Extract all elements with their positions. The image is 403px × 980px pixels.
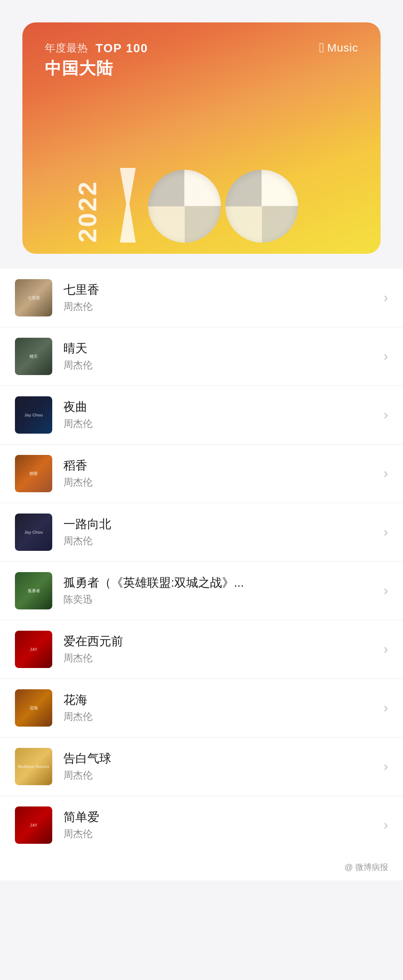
song-artist: 周杰伦	[64, 827, 373, 840]
art-label: 孤勇者	[15, 572, 52, 609]
song-item[interactable]: 孤勇者孤勇者（《英雄联盟:双城之战》...陈奕迅›	[0, 562, 403, 620]
art-label: Jay Chou	[15, 396, 52, 434]
more-icon[interactable]: ›	[384, 290, 388, 305]
art-label: JAY	[15, 807, 52, 844]
art-label: 花海	[15, 689, 52, 727]
song-artist: 周杰伦	[64, 359, 373, 372]
digit-0-circle-1	[148, 170, 221, 243]
song-info: 告白气球周杰伦	[64, 751, 373, 781]
song-item[interactable]: 花海花海周杰伦›	[0, 679, 403, 737]
song-artwork: 孤勇者	[15, 572, 52, 609]
song-artwork: 七里香	[15, 279, 52, 317]
card-title-block: 年度最热 TOP 100 中国大陆	[45, 41, 148, 80]
year-number-graphic: 2022	[75, 168, 298, 243]
more-icon[interactable]: ›	[384, 407, 388, 423]
song-artwork: Bedtime Stories	[15, 748, 52, 785]
song-item[interactable]: Bedtime Stories告白气球周杰伦›	[0, 737, 403, 796]
song-info: 孤勇者（《英雄联盟:双城之战》...陈奕迅	[64, 576, 373, 606]
song-title: 告白气球	[64, 751, 373, 765]
art-label: 晴天	[15, 338, 52, 375]
song-artwork: Jay Chou	[15, 514, 52, 551]
song-artist: 周杰伦	[64, 769, 373, 782]
more-icon[interactable]: ›	[384, 759, 388, 774]
music-text: Music	[327, 41, 358, 54]
song-title: 孤勇者（《英雄联盟:双城之战》...	[64, 576, 373, 590]
art-label: 七里香	[15, 279, 52, 317]
more-icon[interactable]: ›	[384, 817, 388, 833]
song-title: 简单爱	[64, 810, 373, 824]
song-item[interactable]: JAY简单爱周杰伦›	[0, 796, 403, 854]
more-icon[interactable]: ›	[384, 524, 388, 540]
song-artist: 周杰伦	[64, 652, 373, 665]
more-icon[interactable]: ›	[384, 583, 388, 598]
song-artist: 周杰伦	[64, 476, 373, 489]
art-label: Jay Chou	[15, 514, 52, 551]
more-icon[interactable]: ›	[384, 641, 388, 657]
card-subtitle-top: 年度最热 TOP 100	[45, 41, 148, 55]
song-info: 稻香周杰伦	[64, 458, 373, 488]
song-info: 七里香周杰伦	[64, 283, 373, 313]
card-main-title: 中国大陆	[45, 57, 148, 80]
card-top100-label: TOP 100	[96, 41, 148, 55]
song-info: 夜曲周杰伦	[64, 400, 373, 430]
year-text: 2022	[75, 180, 100, 243]
song-artwork: JAY	[15, 807, 52, 844]
apple-music-logo:  Music	[319, 41, 358, 54]
song-list: 七里香七里香周杰伦›晴天晴天周杰伦›Jay Chou夜曲周杰伦›稻香稻香周杰伦›…	[0, 269, 403, 854]
song-title: 稻香	[64, 458, 373, 473]
digit-0-circle-2	[225, 170, 298, 243]
card-subtitle: 年度最热	[45, 41, 88, 55]
song-artwork: 晴天	[15, 338, 52, 375]
song-item[interactable]: JAY爱在西元前周杰伦›	[0, 620, 403, 679]
more-icon[interactable]: ›	[384, 700, 388, 716]
song-item[interactable]: 七里香七里香周杰伦›	[0, 269, 403, 327]
song-info: 花海周杰伦	[64, 693, 373, 723]
song-artist: 陈奕迅	[64, 593, 373, 606]
song-artist: 周杰伦	[64, 535, 373, 547]
song-item[interactable]: 稻香稻香周杰伦›	[0, 444, 403, 503]
song-title: 花海	[64, 693, 373, 707]
song-artist: 周杰伦	[64, 710, 373, 723]
song-info: 晴天周杰伦	[64, 341, 373, 371]
song-title: 夜曲	[64, 400, 373, 414]
song-title: 晴天	[64, 341, 373, 355]
song-info: 爱在西元前周杰伦	[64, 634, 373, 664]
song-title: 一路向北	[64, 517, 373, 531]
song-item[interactable]: Jay Chou一路向北周杰伦›	[0, 503, 403, 562]
card-header: 年度最热 TOP 100 中国大陆  Music	[45, 41, 358, 80]
song-item[interactable]: 晴天晴天周杰伦›	[0, 327, 403, 386]
more-icon[interactable]: ›	[384, 466, 388, 481]
song-item[interactable]: Jay Chou夜曲周杰伦›	[0, 386, 403, 444]
song-artwork: JAY	[15, 631, 52, 668]
song-artwork: Jay Chou	[15, 396, 52, 434]
apple-icon: 	[319, 41, 324, 54]
more-icon[interactable]: ›	[384, 348, 388, 364]
song-artist: 周杰伦	[64, 417, 373, 430]
song-artist: 周杰伦	[64, 300, 373, 313]
art-label: Bedtime Stories	[15, 748, 52, 785]
song-info: 一路向北周杰伦	[64, 517, 373, 547]
song-title: 爱在西元前	[64, 634, 373, 648]
song-artwork: 稻香	[15, 455, 52, 492]
art-label: JAY	[15, 631, 52, 668]
card-wrapper: 年度最热 TOP 100 中国大陆  Music 2022	[0, 0, 403, 269]
watermark: @ 微博病报	[0, 854, 403, 880]
song-artwork: 花海	[15, 689, 52, 727]
song-info: 简单爱周杰伦	[64, 810, 373, 840]
digit-1-graphic	[112, 168, 144, 243]
top100-card: 年度最热 TOP 100 中国大陆  Music 2022	[22, 22, 381, 254]
art-label: 稻香	[15, 455, 52, 492]
song-title: 七里香	[64, 283, 373, 297]
